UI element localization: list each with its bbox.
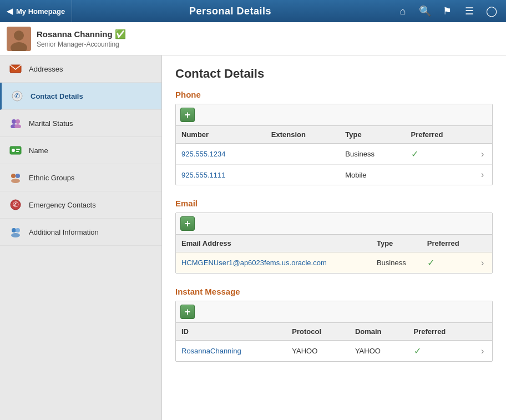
row-chevron-right-icon[interactable]: › xyxy=(481,170,484,179)
home-icon-button[interactable]: ⌂ xyxy=(393,1,413,21)
page-title: Personal Details xyxy=(72,6,388,17)
phone-number-cell[interactable]: 925.555.1111 xyxy=(176,165,266,185)
envelope-icon xyxy=(8,62,23,75)
row-chevron-right-icon[interactable]: › xyxy=(481,346,484,356)
phone-ext-cell xyxy=(266,144,340,165)
content-title: Contact Details xyxy=(175,67,493,81)
preferred-check-icon: ✓ xyxy=(414,346,421,356)
sidebar-item-contact-details[interactable]: ✆ Contact Details xyxy=(0,83,161,110)
sidebar-item-ethnic-groups[interactable]: Ethnic Groups xyxy=(0,164,161,191)
row-chevron-right-icon[interactable]: › xyxy=(481,149,484,159)
im-add-button[interactable]: + xyxy=(180,305,195,319)
email-add-row: + xyxy=(176,213,492,235)
im-table: ID Protocol Domain Preferred RosannaChan… xyxy=(176,323,492,361)
email-table-header: Email Address Type Preferred xyxy=(176,235,492,252)
im-col-id: ID xyxy=(176,323,286,341)
svg-rect-12 xyxy=(16,149,20,150)
phone-table-header: Number Extension Type Preferred xyxy=(176,126,492,144)
search-icon-button[interactable]: 🔍 xyxy=(415,1,435,21)
svg-rect-13 xyxy=(16,151,19,152)
table-row: HCMGENUser1@ap6023fems.us.oracle.com Bus… xyxy=(176,252,492,274)
menu-icon-button[interactable]: ☰ xyxy=(459,1,479,21)
phone-add-button[interactable]: + xyxy=(180,108,195,122)
user-info: Rosanna Channing ✅ Senior Manager-Accoun… xyxy=(37,29,126,48)
im-col-domain: Domain xyxy=(350,323,408,341)
phone-ext-cell xyxy=(266,165,340,185)
email-col-arrow xyxy=(475,235,492,252)
svg-point-7 xyxy=(16,119,20,124)
phone-icon: ✆ xyxy=(9,89,25,103)
phone-arrow-cell[interactable]: › xyxy=(475,165,492,185)
header-icons: ⌂ 🔍 ⚑ ☰ ◯ xyxy=(388,1,506,21)
users-icon xyxy=(8,117,23,130)
avatar xyxy=(7,27,31,51)
sidebar-item-additional-information[interactable]: Additional Information xyxy=(0,219,161,246)
phone-col-extension: Extension xyxy=(266,126,340,144)
svg-point-19 xyxy=(12,228,16,232)
table-row: 925.555.1111 Mobile › xyxy=(176,165,492,185)
phone-add-row: + xyxy=(176,104,492,126)
phone-arrow-cell[interactable]: › xyxy=(475,144,492,165)
id-card-icon xyxy=(8,144,23,157)
svg-point-11 xyxy=(12,149,15,152)
user-bar: Rosanna Channing ✅ Senior Manager-Accoun… xyxy=(0,22,506,55)
im-table-header: ID Protocol Domain Preferred xyxy=(176,323,492,341)
phone-number-cell[interactable]: 925.555.1234 xyxy=(176,144,266,165)
back-label: My Homepage xyxy=(16,7,65,16)
ethnic-icon xyxy=(8,171,23,184)
main-layout: Addresses ✆ Contact Details Marital S xyxy=(0,55,506,420)
content-area: Contact Details Phone + Number Extension… xyxy=(162,55,506,420)
email-arrow-cell[interactable]: › xyxy=(475,252,492,274)
im-protocol-cell: YAHOO xyxy=(286,341,350,362)
table-row: 925.555.1234 Business ✓ › xyxy=(176,144,492,165)
back-button[interactable]: ◀ My Homepage xyxy=(0,0,72,22)
sidebar-label-contact-details: Contact Details xyxy=(31,92,83,100)
im-col-arrow xyxy=(475,323,492,341)
user-job-title: Senior Manager-Accounting xyxy=(37,41,126,48)
sidebar-item-name[interactable]: Name xyxy=(0,137,161,164)
emergency-icon: ✆ xyxy=(8,198,23,211)
svg-text:✆: ✆ xyxy=(14,92,20,100)
phone-col-arrow xyxy=(475,126,492,144)
sidebar-item-emergency-contacts[interactable]: ✆ Emergency Contacts xyxy=(0,191,161,219)
email-col-address: Email Address xyxy=(176,235,371,252)
svg-point-21 xyxy=(11,233,20,237)
svg-point-16 xyxy=(11,179,20,183)
sidebar: Addresses ✆ Contact Details Marital S xyxy=(0,55,162,420)
sidebar-label-addresses: Addresses xyxy=(29,65,63,73)
im-col-protocol: Protocol xyxy=(286,323,350,341)
email-address-cell[interactable]: HCMGENUser1@ap6023fems.us.oracle.com xyxy=(176,252,371,274)
im-table-container: + ID Protocol Domain Preferred RosannaCh… xyxy=(175,301,493,362)
im-arrow-cell[interactable]: › xyxy=(475,341,492,362)
sidebar-label-marital-status: Marital Status xyxy=(29,119,73,128)
circle-icon-button[interactable]: ◯ xyxy=(482,1,502,21)
preferred-check-icon: ✓ xyxy=(427,258,434,267)
verified-check-icon: ✅ xyxy=(115,29,126,39)
im-add-row: + xyxy=(176,301,492,323)
svg-point-15 xyxy=(16,174,20,178)
email-col-type: Type xyxy=(371,235,422,252)
sidebar-label-name: Name xyxy=(29,146,48,155)
flag-icon-button[interactable]: ⚑ xyxy=(437,1,457,21)
table-row: RosannaChanning YAHOO YAHOO ✓ › xyxy=(176,341,492,362)
svg-point-20 xyxy=(16,228,20,232)
phone-type-cell: Mobile xyxy=(340,165,405,185)
im-id-cell[interactable]: RosannaChanning xyxy=(176,341,286,362)
user-name-row: Rosanna Channing ✅ xyxy=(37,29,126,39)
sidebar-item-addresses[interactable]: Addresses xyxy=(0,55,161,83)
svg-point-6 xyxy=(12,119,16,124)
email-add-button[interactable]: + xyxy=(180,216,195,231)
sidebar-item-marital-status[interactable]: Marital Status xyxy=(0,110,161,137)
info-icon xyxy=(8,225,23,239)
email-preferred-cell: ✓ xyxy=(422,252,475,274)
phone-preferred-cell: ✓ xyxy=(406,144,475,165)
phone-preferred-cell xyxy=(406,165,475,185)
svg-point-1 xyxy=(14,31,24,41)
sidebar-label-additional-information: Additional Information xyxy=(29,228,99,236)
im-section-title: Instant Message xyxy=(175,287,493,296)
sidebar-label-ethnic-groups: Ethnic Groups xyxy=(29,174,74,182)
row-chevron-right-icon[interactable]: › xyxy=(481,258,484,267)
email-table: Email Address Type Preferred HCMGENUser1… xyxy=(176,235,492,273)
user-full-name: Rosanna Channing xyxy=(37,29,113,39)
email-table-container: + Email Address Type Preferred HCMGENUse… xyxy=(175,212,493,274)
